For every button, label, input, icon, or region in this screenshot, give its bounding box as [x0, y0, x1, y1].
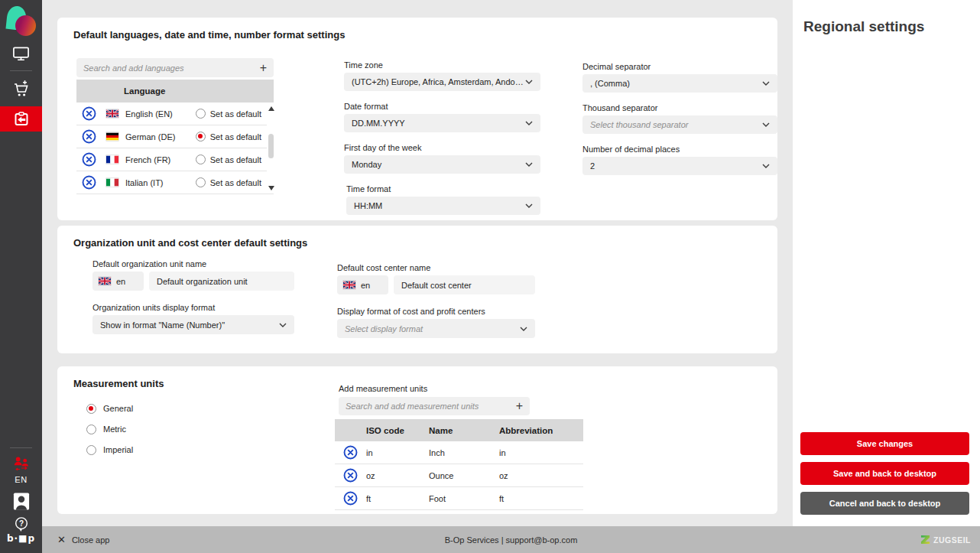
- org-cost-panel: Organization unit and cost center defaul…: [57, 226, 777, 353]
- unit-row: ft Foot ft: [335, 487, 583, 510]
- language-name: German (DE): [125, 132, 193, 142]
- remove-language-icon[interactable]: [82, 152, 96, 167]
- scroll-down-icon[interactable]: [268, 186, 274, 190]
- language-list-scrollbar[interactable]: [267, 103, 275, 194]
- add-language-button[interactable]: +: [260, 62, 267, 74]
- language-row: English (EN) Set as default: [76, 102, 274, 125]
- language-badge[interactable]: EN: [0, 475, 42, 484]
- sidebar-item-shop[interactable]: [0, 79, 42, 99]
- set-default-radio[interactable]: Set as default: [196, 177, 261, 187]
- regional-settings-sidebar: Regional settings Save changes Save and …: [793, 0, 980, 526]
- app-sidebar: EN ? b·■p: [0, 0, 42, 553]
- language-tag[interactable]: en: [92, 272, 144, 291]
- time-format-select[interactable]: HH:MM: [346, 197, 540, 215]
- language-row: German (DE) Set as default: [76, 125, 274, 148]
- decimal-places-select[interactable]: 2: [582, 157, 777, 175]
- cost-center-name-input[interactable]: [394, 275, 535, 294]
- cancel-back-desktop-button[interactable]: Cancel and back to desktop: [800, 492, 969, 515]
- sidebar-item-profile[interactable]: [0, 492, 42, 511]
- add-units-group: Add measurement units +: [339, 384, 530, 415]
- chevron-down-icon: [762, 122, 770, 127]
- field-label: Date format: [344, 102, 540, 111]
- help-icon: ?: [14, 516, 29, 532]
- date-format-select[interactable]: DD.MM.YYYY: [344, 114, 540, 132]
- set-default-radio[interactable]: Set as default: [196, 155, 261, 164]
- thousand-separator-select[interactable]: Select thousand separator: [582, 115, 777, 134]
- radio-imperial[interactable]: Imperial: [86, 444, 133, 455]
- set-default-radio[interactable]: Set as default: [196, 109, 261, 119]
- language-table-header: Language: [76, 80, 274, 102]
- add-unit-button[interactable]: +: [516, 400, 523, 412]
- language-name: Italian (IT): [125, 178, 193, 187]
- field-label: Number of decimal places: [582, 145, 777, 154]
- cart-plus-icon: [12, 79, 31, 99]
- unit-abbr: ft: [499, 494, 583, 503]
- remove-unit-icon[interactable]: [343, 468, 358, 483]
- sidebar-item-user-switch[interactable]: [0, 456, 42, 470]
- language-row: French (FR) Set as default: [76, 148, 274, 171]
- panel-title: Organization unit and cost center defaul…: [73, 237, 307, 249]
- language-search-input[interactable]: [83, 63, 260, 73]
- org-display-format-select[interactable]: Show in format "Name (Number)": [92, 315, 294, 334]
- sidebar-item-desktop[interactable]: [0, 46, 42, 61]
- save-back-desktop-button[interactable]: Save and back to desktop: [800, 462, 969, 485]
- field-label: Display format of cost and profit center…: [337, 307, 535, 316]
- set-default-radio[interactable]: Set as default: [196, 132, 261, 142]
- close-app-label: Close app: [72, 535, 110, 545]
- chevron-down-icon: [525, 162, 533, 167]
- number-format-fields: Decimal separator , (Comma) Thousand sep…: [582, 62, 777, 186]
- remove-unit-icon[interactable]: [343, 445, 358, 460]
- field-label: Time format: [346, 184, 540, 194]
- unit-abbr: oz: [499, 471, 583, 480]
- remove-language-icon[interactable]: [82, 129, 96, 144]
- unit-iso: oz: [366, 471, 429, 480]
- unit-iso: ft: [366, 494, 429, 503]
- field-label: Time zone: [344, 60, 540, 70]
- language-tag[interactable]: en: [337, 275, 388, 294]
- support-text: B-Op Services | support@b-op.com: [42, 526, 980, 553]
- unit-abbr: in: [499, 448, 583, 457]
- remove-unit-icon[interactable]: [343, 491, 358, 506]
- remove-language-icon[interactable]: [82, 175, 96, 190]
- language-name: English (EN): [125, 109, 193, 119]
- unit-row: oz Ounce oz: [335, 464, 583, 487]
- org-unit-name-input[interactable]: [149, 272, 294, 291]
- cost-display-format-select[interactable]: Select display format: [337, 319, 535, 338]
- flag-de-icon: [106, 132, 118, 141]
- sidebar-item-help[interactable]: ?: [0, 516, 42, 532]
- unit-system-radios: General Metric Imperial: [86, 403, 133, 465]
- sidebar-item-regional-settings-active[interactable]: [0, 106, 42, 132]
- cost-center-column: Default cost center name en Display form…: [337, 263, 535, 338]
- scroll-up-icon[interactable]: [268, 106, 274, 111]
- first-day-select[interactable]: Monday: [344, 155, 540, 174]
- units-search-input[interactable]: [346, 402, 516, 411]
- units-table-header: ISO code Name Abbreviation: [335, 419, 583, 441]
- unit-iso: in: [366, 448, 429, 457]
- measurement-units-panel: Measurement units General Metric Imperia…: [57, 366, 777, 514]
- scrollbar-thumb[interactable]: [268, 134, 274, 158]
- svg-text:?: ?: [18, 519, 23, 528]
- field-label: Default cost center name: [337, 263, 535, 272]
- flag-gb-icon: [99, 277, 111, 285]
- chevron-down-icon: [525, 80, 533, 84]
- field-label: First day of the week: [344, 143, 540, 152]
- panel-title: Measurement units: [73, 378, 164, 389]
- org-unit-column: Default organization unit name en Organi…: [92, 259, 294, 334]
- close-icon: ✕: [57, 534, 66, 545]
- monitor-icon: [12, 46, 30, 61]
- radio-general[interactable]: General: [86, 403, 133, 414]
- save-changes-button[interactable]: Save changes: [800, 432, 969, 455]
- chevron-down-icon: [279, 323, 287, 327]
- language-row: Italian (IT) Set as default: [76, 171, 274, 194]
- close-app-button[interactable]: ✕ Close app: [57, 526, 109, 553]
- language-tag-code: en: [361, 281, 370, 290]
- remove-language-icon[interactable]: [82, 106, 96, 121]
- panel-title: Default languages, date and time, number…: [73, 29, 345, 41]
- bottom-bar: B-Op Services | support@b-op.com ✕ Close…: [42, 526, 980, 553]
- decimal-separator-select[interactable]: , (Comma): [582, 74, 777, 93]
- radio-metric[interactable]: Metric: [86, 424, 133, 434]
- language-list: + Language English (EN) Set as default: [76, 58, 274, 194]
- languages-formats-panel: Default languages, date and time, number…: [57, 18, 777, 220]
- timezone-select[interactable]: (UTC+2h) Europe, Africa, Amsterdam, Ando…: [344, 73, 540, 91]
- chevron-down-icon: [525, 203, 533, 208]
